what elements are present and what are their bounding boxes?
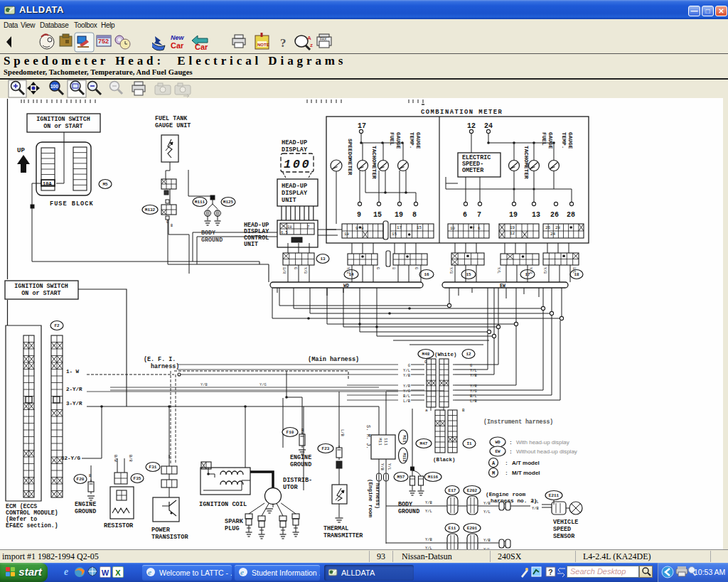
svg-text:DISPLAY: DISPLAY: [282, 190, 308, 197]
svg-text:UTOR: UTOR: [283, 484, 298, 491]
svg-text:FUEL: FUEL: [389, 132, 395, 146]
svg-text:UP: UP: [17, 147, 25, 154]
svg-text:18: 18: [344, 232, 350, 237]
svg-text:Y/B: Y/B: [403, 373, 411, 378]
svg-text:F35: F35: [134, 476, 141, 481]
svg-text:M116: M116: [428, 475, 439, 480]
svg-text:TACHOMETER: TACHOMETER: [523, 146, 529, 179]
svg-text:Car: Car: [195, 43, 208, 51]
svg-text:7: 7: [307, 225, 309, 230]
svg-text:VEHICLE: VEHICLE: [553, 519, 578, 526]
svg-text:E211: E211: [549, 493, 560, 498]
svg-text:12: 12: [467, 122, 476, 130]
svg-text:B: B: [462, 408, 465, 413]
svg-text:7: 7: [472, 226, 475, 231]
svg-text:F23: F23: [322, 446, 330, 451]
svg-text::: :: [505, 470, 508, 476]
svg-text:GAUGE: GAUGE: [547, 132, 553, 149]
svg-text:COMBINATION METER: COMBINATION METER: [421, 109, 503, 116]
svg-text:13: 13: [532, 211, 540, 219]
svg-text:CONTROL MODULE): CONTROL MODULE): [6, 510, 58, 516]
svg-text:L/B: L/B: [470, 399, 478, 404]
svg-text:UNIT: UNIT: [244, 241, 258, 248]
svg-text:ON or START: ON or START: [21, 290, 60, 297]
svg-text:(Instrument harness): (Instrument harness): [483, 419, 553, 425]
svg-text:100: 100: [284, 158, 311, 171]
svg-text:752: 752: [98, 38, 109, 45]
svg-text:E11: E11: [449, 526, 456, 531]
svg-text:WD: WD: [343, 284, 349, 289]
svg-text:9: 9: [357, 211, 361, 219]
svg-text:TEMP.: TEMP.: [561, 132, 567, 149]
svg-text:F2: F2: [54, 323, 60, 328]
svg-text:ON or START: ON or START: [43, 123, 82, 130]
svg-text:10: 10: [450, 226, 456, 231]
svg-text:6: 6: [478, 226, 481, 231]
svg-text:Y/L: Y/L: [387, 463, 392, 470]
svg-text:ENGINE: ENGINE: [75, 501, 96, 508]
svg-text:Y/B: Y/B: [483, 538, 491, 543]
svg-text:17: 17: [397, 225, 402, 230]
svg-text:Y/B: Y/B: [425, 537, 433, 542]
svg-text:M132: M132: [145, 208, 156, 212]
svg-text:?: ?: [548, 568, 553, 576]
svg-text:Y/L: Y/L: [532, 500, 539, 505]
svg-text:SPEED: SPEED: [553, 526, 571, 533]
svg-text:Y/R: Y/R: [470, 384, 478, 389]
svg-text:Y/B: Y/B: [483, 501, 491, 506]
svg-text:Y/B: Y/B: [532, 506, 540, 511]
svg-text:POWER: POWER: [151, 527, 171, 534]
svg-text::: :: [505, 460, 508, 466]
svg-text:19: 19: [509, 211, 518, 219]
svg-text:TRANSMITTER: TRANSMITTER: [323, 532, 363, 539]
svg-text:GROUND: GROUND: [75, 508, 96, 515]
svg-text:TACHOMETER: TACHOMETER: [371, 146, 377, 179]
svg-text:M57: M57: [397, 475, 405, 480]
svg-text:M48: M48: [422, 352, 430, 357]
svg-text:GAUGE: GAUGE: [415, 132, 421, 149]
svg-text:24: 24: [484, 122, 493, 130]
svg-text:18: 18: [287, 225, 292, 230]
svg-text:With head-up display: With head-up display: [516, 439, 569, 446]
svg-text:A/T model: A/T model: [512, 460, 540, 466]
svg-text:DISPLAY: DISPLAY: [282, 146, 308, 153]
svg-text:2-Y/R: 2-Y/R: [66, 387, 82, 392]
svg-text:6: 6: [463, 211, 467, 219]
svg-text:12: 12: [510, 231, 515, 236]
svg-text:M113: M113: [402, 453, 406, 461]
svg-text:TRANSISTOR: TRANSISTOR: [151, 534, 188, 541]
svg-text:Y/B: Y/B: [200, 382, 208, 387]
svg-text:M5: M5: [102, 182, 108, 187]
svg-text:RESISTOR: RESISTOR: [104, 522, 134, 529]
svg-text:New: New: [171, 34, 185, 41]
svg-text:BODY: BODY: [398, 501, 413, 508]
svg-text:9: 9: [355, 226, 358, 231]
svg-text:G: G: [470, 363, 472, 368]
svg-text:10A: 10A: [43, 181, 52, 187]
svg-text:(E. F. I.: (E. F. I.: [144, 356, 176, 363]
svg-text:F31: F31: [149, 465, 157, 470]
svg-text:G: G: [375, 267, 380, 269]
svg-text:G: G: [293, 267, 297, 269]
svg-text:TEMP.: TEMP.: [409, 132, 414, 149]
svg-text:M47: M47: [420, 441, 428, 446]
svg-text:SPEEDOMETER: SPEEDOMETER: [347, 139, 353, 176]
svg-text:B: B: [391, 267, 395, 269]
svg-text:26: 26: [550, 211, 559, 219]
svg-text:B/R: B/R: [128, 455, 133, 463]
svg-text:harness): harness): [151, 363, 179, 370]
svg-text:M11: M11: [402, 436, 407, 443]
svg-text:Y/L: Y/L: [425, 509, 432, 514]
svg-text:Y/L: Y/L: [496, 267, 500, 274]
svg-text:a: a: [425, 408, 428, 413]
svg-text:ENGINE: ENGINE: [290, 454, 311, 461]
svg-text:Y/B: Y/B: [425, 500, 433, 505]
svg-text:M111: M111: [195, 200, 205, 205]
svg-text:19: 19: [510, 225, 515, 230]
svg-text:Y/B: Y/B: [346, 267, 350, 274]
svg-text:Y/R: Y/R: [403, 384, 411, 389]
svg-text:12: 12: [466, 352, 471, 357]
svg-text:15: 15: [392, 232, 397, 237]
svg-text:Car: Car: [171, 41, 184, 50]
svg-text:SENSOR: SENSOR: [553, 533, 575, 540]
